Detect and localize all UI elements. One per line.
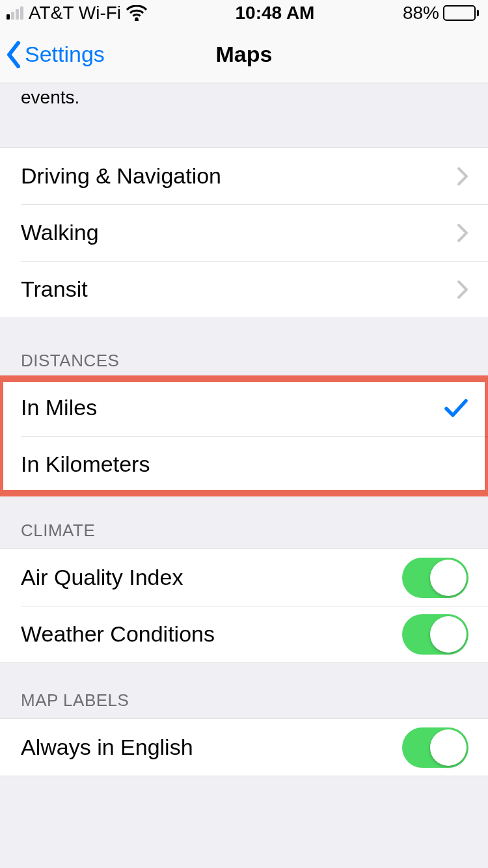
row-label: Transit bbox=[21, 277, 457, 302]
back-label: Settings bbox=[25, 42, 105, 67]
status-left: AT&T Wi-Fi bbox=[7, 3, 147, 23]
row-label: In Kilometers bbox=[21, 452, 468, 477]
back-button[interactable]: Settings bbox=[0, 40, 105, 69]
chevron-right-icon bbox=[457, 167, 468, 186]
header-map-labels: MAP LABELS bbox=[0, 663, 488, 718]
group-distances: In Miles In Kilometers bbox=[0, 379, 488, 493]
row-label: Air Quality Index bbox=[21, 565, 402, 590]
header-climate: CLIMATE bbox=[0, 493, 488, 549]
chevron-left-icon bbox=[5, 40, 22, 69]
row-air-quality-index: Air Quality Index bbox=[0, 549, 488, 606]
row-walking[interactable]: Walking bbox=[0, 204, 488, 261]
cellular-signal-icon bbox=[7, 7, 23, 20]
group-climate: Air Quality Index Weather Conditions bbox=[0, 549, 488, 663]
header-cutoff bbox=[0, 776, 488, 818]
nav-bar: Settings Maps bbox=[0, 26, 488, 83]
row-transit[interactable]: Transit bbox=[0, 261, 488, 318]
status-right: 88% bbox=[403, 3, 479, 23]
row-driving-navigation[interactable]: Driving & Navigation bbox=[0, 148, 488, 204]
group-navigation-modes: Driving & Navigation Walking Transit bbox=[0, 147, 488, 318]
row-label: Weather Conditions bbox=[21, 621, 402, 647]
chevron-right-icon bbox=[457, 223, 468, 243]
toggle-always-english[interactable] bbox=[402, 727, 468, 768]
row-label: In Miles bbox=[21, 395, 444, 420]
battery-icon bbox=[443, 5, 479, 21]
group-map-labels: Always in English bbox=[0, 718, 488, 776]
row-label: Walking bbox=[21, 220, 457, 245]
row-in-miles[interactable]: In Miles bbox=[0, 379, 488, 436]
chevron-right-icon bbox=[457, 280, 468, 299]
wifi-icon bbox=[126, 5, 147, 21]
header-distances: DISTANCES bbox=[0, 318, 488, 379]
toggle-air-quality[interactable] bbox=[402, 558, 468, 598]
row-label: Always in English bbox=[21, 735, 402, 760]
status-bar: AT&T Wi-Fi 10:48 AM 88% bbox=[0, 0, 488, 26]
svg-point-0 bbox=[135, 17, 138, 20]
previous-footer-text: events. bbox=[0, 83, 488, 117]
row-in-kilometers[interactable]: In Kilometers bbox=[0, 436, 488, 493]
status-time: 10:48 AM bbox=[236, 3, 315, 23]
toggle-weather-conditions[interactable] bbox=[402, 614, 468, 655]
checkmark-icon bbox=[444, 397, 468, 419]
row-label: Driving & Navigation bbox=[21, 163, 457, 189]
battery-percent: 88% bbox=[403, 3, 439, 23]
row-weather-conditions: Weather Conditions bbox=[0, 606, 488, 662]
row-always-in-english: Always in English bbox=[0, 719, 488, 776]
carrier-label: AT&T Wi-Fi bbox=[29, 3, 121, 23]
